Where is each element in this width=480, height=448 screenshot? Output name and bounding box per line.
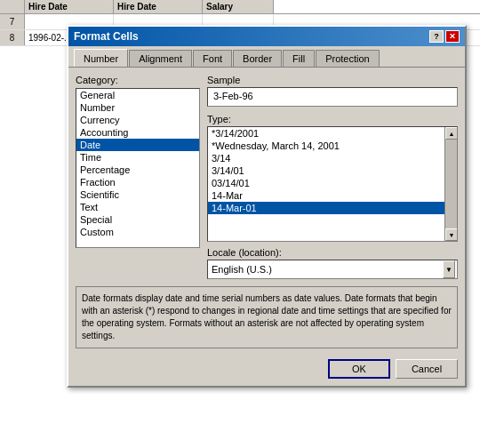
type-item-1[interactable]: *Wednesday, March 14, 2001 xyxy=(208,140,444,152)
category-label: Category: xyxy=(76,75,200,85)
category-item-number[interactable]: Number xyxy=(76,101,199,114)
type-label: Type: xyxy=(207,114,458,124)
dialog-buttons: OK Cancel xyxy=(68,356,465,386)
locale-label: Locale (location): xyxy=(207,247,458,258)
category-item-percentage[interactable]: Percentage xyxy=(76,164,199,176)
col-header-hire-date-2: Hire Date xyxy=(114,0,203,13)
row-number: 7 xyxy=(0,14,25,29)
tab-fill[interactable]: Fill xyxy=(283,50,315,67)
category-item-general[interactable]: General xyxy=(76,89,199,101)
type-scrollbar[interactable]: ▲ ▼ xyxy=(444,127,457,241)
titlebar-buttons: ? ✕ xyxy=(429,30,460,43)
category-item-text[interactable]: Text xyxy=(76,201,199,213)
category-item-custom[interactable]: Custom xyxy=(76,226,199,238)
type-item-5[interactable]: 14-Mar xyxy=(208,189,444,202)
locale-value: English (U.S.) xyxy=(212,264,272,275)
content-body: Category: General Number Currency Accoun… xyxy=(76,75,458,279)
category-item-time[interactable]: Time xyxy=(76,151,199,164)
type-item-2[interactable]: 3/14 xyxy=(208,152,444,164)
row-number: 8 xyxy=(0,30,25,45)
tab-border[interactable]: Border xyxy=(233,50,282,67)
dialog-title: Format Cells xyxy=(74,30,139,43)
scroll-up-button[interactable]: ▲ xyxy=(445,127,458,140)
sample-label: Sample xyxy=(207,75,458,85)
dialog-content: Category: General Number Currency Accoun… xyxy=(68,67,465,356)
left-panel: Category: General Number Currency Accoun… xyxy=(76,75,200,279)
category-item-date[interactable]: Date xyxy=(76,139,199,151)
dropdown-arrow-icon[interactable]: ▼ xyxy=(443,260,455,278)
tab-alignment[interactable]: Alignment xyxy=(129,50,192,67)
format-cells-dialog: Format Cells ? ✕ Number Alignment Font B… xyxy=(67,25,467,388)
category-item-scientific[interactable]: Scientific xyxy=(76,188,199,201)
col-header-hire-date-1: Hire Date xyxy=(25,0,114,13)
scroll-down-button[interactable]: ▼ xyxy=(445,228,458,241)
col-header-salary: Salary xyxy=(203,0,274,13)
tab-protection[interactable]: Protection xyxy=(316,50,380,67)
description-area: Date formats display date and time seria… xyxy=(76,286,458,348)
help-button[interactable]: ? xyxy=(429,30,444,43)
tab-number[interactable]: Number xyxy=(74,49,128,67)
type-item-3[interactable]: 3/14/01 xyxy=(208,164,444,177)
category-item-currency[interactable]: Currency xyxy=(76,114,199,126)
type-listbox[interactable]: *3/14/2001 *Wednesday, March 14, 2001 3/… xyxy=(207,126,458,242)
locale-section: Locale (location): English (U.S.) ▼ xyxy=(207,247,458,279)
column-headers: Hire Date Hire Date Salary xyxy=(0,0,480,14)
category-item-special[interactable]: Special xyxy=(76,213,199,226)
ok-button[interactable]: OK xyxy=(328,359,390,379)
type-item-6[interactable]: 14-Mar-01 xyxy=(208,202,444,214)
tab-bar: Number Alignment Font Border Fill Protec… xyxy=(68,46,465,67)
cancel-button[interactable]: Cancel xyxy=(396,359,458,379)
locale-dropdown[interactable]: English (U.S.) ▼ xyxy=(207,260,458,279)
row-num-header xyxy=(0,0,25,13)
type-list: *3/14/2001 *Wednesday, March 14, 2001 3/… xyxy=(208,127,444,241)
scroll-track[interactable] xyxy=(445,140,457,228)
type-item-0[interactable]: *3/14/2001 xyxy=(208,127,444,140)
tab-font[interactable]: Font xyxy=(193,50,232,67)
right-panel: Sample 3-Feb-96 Type: *3/14/2001 *Wednes… xyxy=(207,75,458,279)
type-item-4[interactable]: 03/14/01 xyxy=(208,177,444,189)
category-item-accounting[interactable]: Accounting xyxy=(76,126,199,139)
close-button[interactable]: ✕ xyxy=(445,30,460,43)
sample-value: 3-Feb-96 xyxy=(207,87,458,107)
sample-section: Sample 3-Feb-96 xyxy=(207,75,458,107)
type-section: Type: *3/14/2001 *Wednesday, March 14, 2… xyxy=(207,114,458,242)
category-item-fraction[interactable]: Fraction xyxy=(76,176,199,188)
category-listbox[interactable]: General Number Currency Accounting Date … xyxy=(76,88,200,248)
dialog-titlebar: Format Cells ? ✕ xyxy=(68,27,465,46)
